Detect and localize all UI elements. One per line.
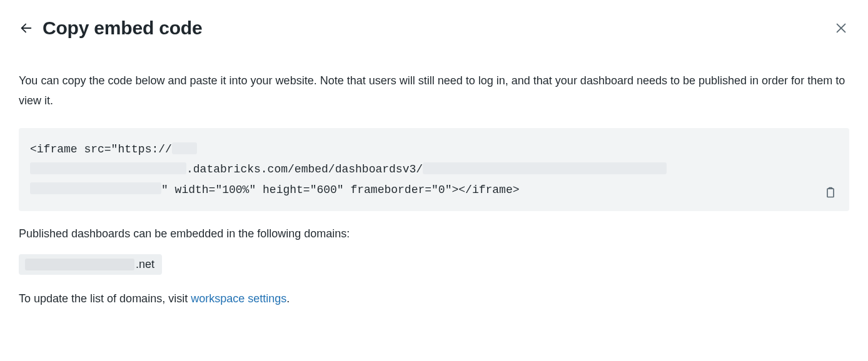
redacted-segment [25,259,134,270]
update-domains-text: To update the list of domains, visit wor… [19,292,849,305]
redacted-segment [30,162,186,174]
dialog-header: Copy embed code [19,17,849,39]
header-left: Copy embed code [19,17,202,39]
dialog-title: Copy embed code [43,17,202,39]
domain-chip-suffix: .net [136,258,154,271]
code-suffix: " width="100%" height="600" frameborder=… [161,184,520,196]
back-arrow-icon[interactable] [19,21,34,36]
domain-chip: .net [19,254,162,275]
copy-icon[interactable] [823,185,838,200]
code-mid-domain: .databricks.com/embed/dashboardsv3/ [186,163,423,176]
description-text: You can copy the code below and paste it… [19,71,849,111]
workspace-settings-link[interactable]: workspace settings [191,292,286,305]
redacted-segment [30,182,161,194]
embed-code-block: <iframe src="https://.databricks.com/emb… [19,128,849,211]
close-icon[interactable] [833,20,849,36]
update-suffix: . [286,292,290,305]
code-prefix: <iframe src="https:// [30,143,172,156]
redacted-segment [172,142,197,154]
update-prefix: To update the list of domains, visit [19,292,191,305]
redacted-segment [423,162,667,174]
domains-label: Published dashboards can be embedded in … [19,227,849,240]
embed-code-content: <iframe src="https://.databricks.com/emb… [30,139,812,200]
svg-rect-3 [827,189,834,197]
